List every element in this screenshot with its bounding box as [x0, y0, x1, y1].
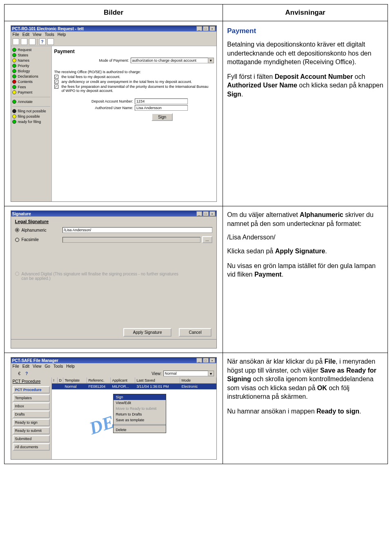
menu-item[interactable]: View [33, 32, 42, 37]
menu-item[interactable]: Edit [22, 32, 29, 37]
sidebar-item-ready-to-submit[interactable]: Ready to submit [13, 427, 50, 434]
panel-title: Payment [54, 49, 214, 54]
menubar[interactable]: File Edit View Tools Help [11, 31, 216, 38]
radio-advanced-digital [15, 272, 19, 276]
paragraph: Om du väljer alternativet Alphanumeric s… [227, 210, 383, 228]
sidebar-group-pct-procedure[interactable]: PCT Procedure [13, 386, 50, 393]
menu-item[interactable]: Tools [53, 364, 63, 369]
maximize-icon[interactable]: □ [203, 26, 209, 31]
paragraph: Klicka sedan på Apply Signature. [227, 247, 383, 256]
radio-alphanumeric[interactable] [15, 228, 19, 232]
col-header[interactable]: Applicant [111, 378, 135, 383]
euro-icon[interactable]: € [18, 371, 21, 376]
paragraph: Nu visas en grön lampa istället för den … [227, 261, 383, 279]
menubar[interactable]: File Edit View Go Tools Help [11, 363, 216, 369]
chevron-down-icon[interactable]: ▾ [208, 371, 214, 376]
alphanumeric-signature-field[interactable]: /Lisa Andersson/ [62, 227, 212, 233]
menu-item[interactable]: Help [58, 32, 66, 37]
sidebar-item-request[interactable]: Request [12, 48, 50, 52]
maximize-icon[interactable]: □ [203, 211, 209, 216]
table-row[interactable]: Normal FE081204 MILFOR... 3/11/04 1:36:0… [52, 384, 216, 389]
apply-signature-button[interactable]: Apply Signature [123, 328, 172, 337]
checkbox[interactable] [54, 80, 58, 84]
screenshot-cell-filemanager: PCT-SAFE File Manager _ □ × File Edit Vi… [4, 353, 223, 464]
pct-procedure-link[interactable]: PCT Procedure [13, 379, 50, 384]
minimize-icon[interactable]: _ [196, 26, 202, 31]
sidebar-item-payment[interactable]: Payment [12, 90, 50, 94]
toolbar-icon[interactable] [29, 38, 36, 45]
status-dot-icon [12, 109, 16, 113]
checkbox[interactable] [54, 75, 58, 79]
instructions-filemanager: När ansökan är klar klickar du på File, … [223, 353, 388, 464]
sign-button[interactable]: Sign [151, 113, 173, 121]
fm-list-header: ! D Template Referenc. Applicant Last Sa… [52, 378, 216, 384]
menu-item[interactable]: File [13, 32, 19, 37]
facsimile-field [62, 237, 201, 243]
maximize-icon[interactable]: □ [203, 358, 209, 363]
cancel-button[interactable]: Cancel [179, 328, 211, 337]
col-header[interactable]: Mode [180, 378, 216, 383]
screenshot-cell-signature: Signature _ □ × Legal Signature Alphanum… [4, 206, 223, 353]
menu-item[interactable]: File [13, 364, 19, 369]
ctx-item-view-edit[interactable]: View/Edit [114, 400, 166, 406]
col-header[interactable]: Referenc. [87, 378, 111, 383]
sidebar-item-fees[interactable]: Fees [12, 85, 50, 89]
instruction-table: Bilder Anvisningar PCT-RO-101 Electronic… [4, 4, 388, 464]
mode-of-payment-select[interactable]: authorization to charge deposit account … [131, 58, 214, 63]
ctx-item-return-drafts[interactable]: Return to Drafts [114, 411, 166, 417]
help-icon[interactable]: ? [39, 38, 46, 45]
close-icon[interactable]: × [209, 26, 215, 31]
col-header[interactable]: D [58, 378, 63, 383]
sidebar-item-declarations[interactable]: Declarations [12, 74, 50, 78]
sidebar-item-inbox[interactable]: Inbox [13, 402, 50, 410]
window-title: Signature [12, 212, 31, 216]
sidebar-item-annotate[interactable]: Annotate [12, 100, 50, 104]
toolbar-icon[interactable] [21, 38, 27, 45]
col-header[interactable]: Last Saved [135, 378, 180, 383]
group-legal-signature: Legal Signature [15, 219, 212, 224]
sidebar-item-drafts[interactable]: Drafts [13, 411, 50, 418]
menu-item[interactable]: Tools [45, 32, 54, 37]
deposit-account-number-field[interactable]: 1234 [135, 98, 188, 104]
close-icon[interactable]: × [209, 211, 215, 216]
chevron-down-icon[interactable]: ▾ [208, 58, 214, 63]
paragraph: Betalning via depositionskonto kräver et… [227, 40, 383, 67]
col-header[interactable]: ! [52, 378, 58, 383]
ctx-item-save-template[interactable]: Save as template [114, 417, 166, 423]
browse-button[interactable]: ... [202, 236, 212, 243]
sidebar-item-priority[interactable]: Priority [12, 64, 50, 68]
radio-label: Alphanumeric [22, 228, 62, 232]
ctx-item-delete[interactable]: Delete [114, 427, 166, 433]
legend-item: filing possible [12, 114, 50, 118]
authorize-note: The receiving Office (RO/SE) is authoriz… [54, 70, 214, 74]
context-menu[interactable]: Sign View/Edit Move to Ready to submit R… [113, 394, 166, 433]
radio-label: Facsimile [22, 237, 62, 242]
sidebar-item-biology[interactable]: Biology [12, 69, 50, 73]
section-title-payment: Payment [227, 27, 383, 35]
help-icon[interactable]: ? [25, 371, 28, 376]
sidebar-item-names[interactable]: Names [12, 58, 50, 63]
menu-item[interactable]: View [33, 364, 42, 369]
menu-item[interactable]: Edit [22, 364, 29, 369]
close-icon[interactable]: × [209, 358, 215, 363]
toolbar-icon[interactable] [47, 38, 54, 45]
sidebar-item-states[interactable]: States [12, 53, 50, 57]
sidebar-item-ready-to-sign[interactable]: Ready to sign [13, 419, 50, 426]
view-select[interactable]: Normal ▾ [163, 371, 214, 376]
ctx-item-sign[interactable]: Sign [114, 394, 166, 400]
menu-item[interactable]: Help [66, 364, 75, 369]
menu-item[interactable]: Go [45, 364, 50, 369]
radio-facsimile[interactable] [15, 238, 19, 242]
authorized-user-name-field[interactable]: Lisa Andersson [135, 105, 188, 111]
checkbox[interactable] [54, 85, 58, 89]
toolbar: ? [11, 38, 216, 46]
sidebar-item-submitted[interactable]: Submitted [13, 435, 50, 442]
sidebar-item-contents[interactable]: Contents [12, 80, 50, 84]
sidebar-item-templates[interactable]: Templates [13, 394, 50, 402]
minimize-icon[interactable]: _ [196, 358, 202, 363]
status-dot-icon [12, 90, 16, 94]
sidebar-item-all-documents[interactable]: All documents [13, 443, 50, 451]
col-header[interactable]: Template [63, 378, 87, 383]
toolbar-icon[interactable] [13, 38, 19, 45]
minimize-icon[interactable]: _ [196, 211, 202, 216]
